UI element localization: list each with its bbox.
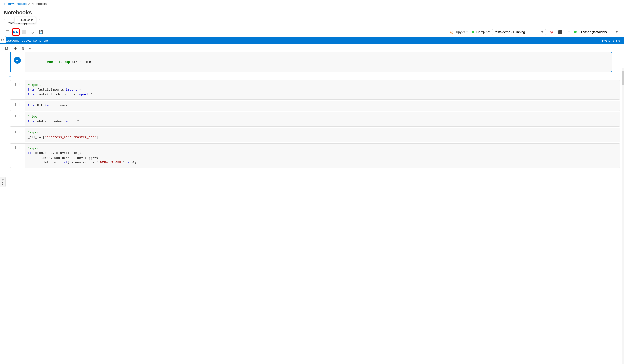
- jupyter-chevron-icon: ▾: [467, 31, 468, 33]
- scrollbar-track: [622, 68, 624, 364]
- cell-code-2[interactable]: #export from fastai.imports import * fro…: [25, 80, 620, 100]
- cell-code-6[interactable]: #export if torch.cuda.is_available(): if…: [25, 144, 620, 168]
- stop-button[interactable]: ⬜: [21, 28, 28, 36]
- compute-section: Compute: fastaidemo - Running: [472, 29, 546, 35]
- page-title: Notebooks: [0, 8, 624, 19]
- stop-compute-button[interactable]: ⊗: [548, 28, 555, 35]
- breadcrumb-separator: >: [28, 2, 30, 6]
- cell-wrapper-1: ⠿ ▶ #default_exp torch_core 🗑: [4, 52, 620, 72]
- cell-1[interactable]: ▶ #default_exp torch_core: [10, 52, 612, 72]
- add-cell-row-1[interactable]: +: [4, 73, 620, 80]
- code-span: torch_core: [70, 60, 91, 64]
- cell-wrapper-4: ⠿ [ ] #hide from nbdev.showdoc import *: [4, 112, 620, 127]
- tabs-bar: Run all cells torch_core.ipynb ✕: [0, 19, 624, 27]
- add-cell-above-button[interactable]: ⊕: [13, 46, 18, 51]
- plus-icon: +: [568, 29, 570, 35]
- add-cell-above-icon: ⊕: [14, 46, 17, 50]
- files-label-text: Files: [1, 179, 4, 185]
- kernel-status-dot: [574, 31, 577, 33]
- cell-gutter-2: [ ]: [10, 80, 25, 100]
- terminal-icon: ⬛: [558, 30, 562, 34]
- more-options-button[interactable]: ···: [27, 46, 34, 51]
- expand-nav-button[interactable]: >>: [0, 36, 6, 44]
- breadcrumb-current: Notebooks: [31, 2, 47, 6]
- markdown-button[interactable]: M↓: [4, 46, 11, 51]
- breadcrumb-workspace[interactable]: fastaiworkspace: [4, 2, 27, 6]
- cell-gutter-1: ▶: [10, 52, 25, 72]
- stop-compute-icon: ⊗: [550, 30, 553, 34]
- status-bar: fastaidemo · Jupyter kernel idle Python …: [0, 37, 624, 44]
- cell-code-3[interactable]: from PIL import Image: [25, 101, 620, 111]
- cell-code-1[interactable]: #default_exp torch_core: [25, 52, 612, 72]
- run-all-button[interactable]: ▶▶: [12, 28, 20, 36]
- compute-status-dot: [472, 31, 474, 33]
- clear-button[interactable]: ◇: [29, 28, 36, 36]
- cell-wrapper-6: ⠿ [ ] #export if torch.cuda.is_available…: [4, 143, 620, 168]
- save-button[interactable]: 💾: [37, 28, 45, 36]
- compute-selector[interactable]: fastaidemo - Running: [492, 29, 546, 35]
- cell-gutter-5: [ ]: [10, 128, 25, 142]
- hamburger-icon: ☰: [6, 30, 9, 34]
- cell-6[interactable]: [ ] #export if torch.cuda.is_available()…: [10, 143, 620, 168]
- compute-label: Compute:: [476, 30, 490, 34]
- kernel-selector[interactable]: Python (fastaienv): [578, 29, 620, 35]
- notebook-content: ⠿ ▶ #default_exp torch_core 🗑 + ⠿ [ ] #e…: [0, 52, 624, 348]
- markdown-icon: M↓: [5, 46, 10, 50]
- chevron-right-icon: >>: [1, 38, 5, 42]
- cell-wrapper-3: ⠿ [ ] from PIL import Image: [4, 100, 620, 111]
- cell-wrapper-5: ⠿ [ ] #export _all_ = ['progress_bar','m…: [4, 128, 620, 142]
- run-all-tooltip: Run all cells: [15, 17, 36, 23]
- jupyter-label: Jupyter: [455, 30, 465, 34]
- scrollbar-thumb[interactable]: [622, 71, 624, 85]
- breadcrumb: fastaiworkspace > Notebooks: [0, 0, 624, 8]
- comment-span: #default_exp: [47, 60, 70, 64]
- cell-code-5[interactable]: #export _all_ = ['progress_bar','master_…: [25, 128, 620, 142]
- status-right: Python 3.8.5: [602, 39, 620, 43]
- run-all-icon: ▶▶: [13, 30, 19, 34]
- cell-gutter-4: [ ]: [10, 112, 25, 126]
- cell-4[interactable]: [ ] #hide from nbdev.showdoc import *: [10, 112, 620, 127]
- add-button[interactable]: +: [565, 28, 572, 35]
- save-icon: 💾: [39, 30, 43, 34]
- files-panel-label[interactable]: Files: [0, 177, 6, 187]
- hamburger-menu-button[interactable]: ☰: [4, 28, 11, 36]
- move-cell-button[interactable]: ⇅: [20, 46, 26, 51]
- status-left: fastaidemo · Jupyter kernel idle: [4, 39, 48, 43]
- toolbar-right: ◎ Jupyter ▾ Compute: fastaidemo - Runnin…: [448, 28, 620, 36]
- cell-code-4[interactable]: #hide from nbdev.showdoc import *: [25, 112, 620, 126]
- terminal-button[interactable]: ⬛: [557, 28, 563, 35]
- run-cell-button-1[interactable]: ▶: [14, 57, 21, 64]
- add-cell-icon: +: [9, 74, 11, 79]
- toolbar: ☰ ▶▶ ⬜ ◇ 💾 ◎ Jupyter ▾ Compute: fasta: [0, 27, 624, 37]
- cell-5[interactable]: [ ] #export _all_ = ['progress_bar','mas…: [10, 128, 620, 142]
- jupyter-icon: ◎: [450, 30, 453, 34]
- stop-icon: ⬜: [22, 30, 26, 34]
- move-cell-icon: ⇅: [22, 46, 25, 50]
- cell-toolbar: M↓ ⊕ ⇅ ···: [0, 44, 624, 52]
- cell-3[interactable]: [ ] from PIL import Image: [10, 100, 620, 111]
- jupyter-button[interactable]: ◎ Jupyter ▾: [448, 28, 470, 36]
- cell-wrapper-2: ⠿ [ ] #export from fastai.imports import…: [4, 80, 620, 100]
- cell-2[interactable]: [ ] #export from fastai.imports import *…: [10, 80, 620, 100]
- cell-gutter-6: [ ]: [10, 144, 25, 168]
- cell-gutter-3: [ ]: [10, 101, 25, 111]
- clear-icon: ◇: [31, 30, 34, 34]
- more-icon: ···: [29, 46, 33, 50]
